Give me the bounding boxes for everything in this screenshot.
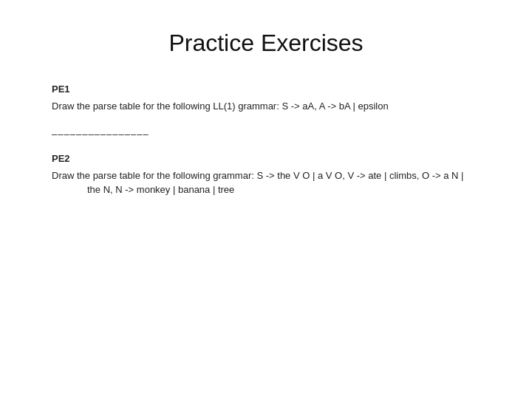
section-pe2: PE2 Draw the parse table for the followi… xyxy=(52,153,480,197)
pe2-label: PE2 xyxy=(52,153,480,164)
pe2-text-line1: Draw the parse table for the following g… xyxy=(52,170,463,181)
pe1-label: PE1 xyxy=(52,83,480,95)
page-title: Practice Exercises xyxy=(52,30,480,57)
pe2-text-line2: the N, N -> monkey | banana | tree xyxy=(52,183,480,197)
page-container: Practice Exercises PE1 Draw the parse ta… xyxy=(0,0,532,399)
pe1-text-line1: Draw the parse table for the following L… xyxy=(52,100,389,112)
pe2-text: Draw the parse table for the following g… xyxy=(52,168,480,197)
section-pe1: PE1 Draw the parse table for the followi… xyxy=(52,83,480,114)
pe1-text: Draw the parse table for the following L… xyxy=(52,99,480,114)
pe1-divider: –––––––––––––––– xyxy=(52,129,480,140)
